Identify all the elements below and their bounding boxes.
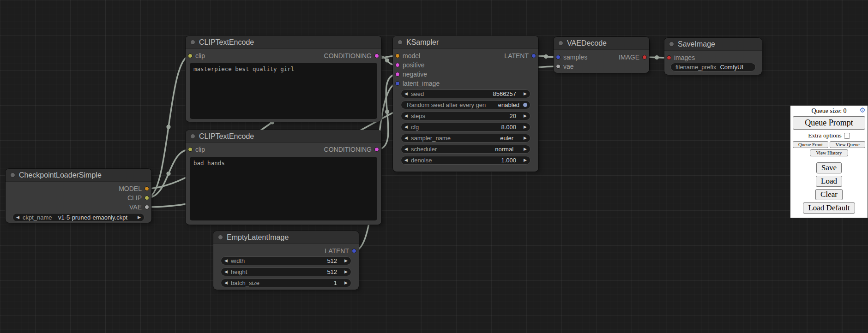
node-save-image[interactable]: SaveImage images filename_prefix ComfyUI xyxy=(664,38,762,75)
view-queue-button[interactable]: View Queue xyxy=(830,141,865,148)
output-port-image[interactable] xyxy=(642,55,647,59)
widget-label: ckpt_name xyxy=(23,214,52,221)
increment-arrow-icon[interactable]: ▶ xyxy=(524,158,527,162)
node-title-bar[interactable]: CLIPTextEncode xyxy=(186,36,381,49)
view-history-button[interactable]: View History xyxy=(810,149,848,156)
node-graph-canvas[interactable]: CheckpointLoaderSimple MODEL CLIP VAE xyxy=(0,0,868,333)
output-label-latent: LATENT xyxy=(325,247,349,255)
input-port-model[interactable] xyxy=(395,54,400,58)
prompt-textarea[interactable]: masterpiece best quality girl xyxy=(190,63,377,119)
toggle-on-dot-icon[interactable] xyxy=(523,102,528,107)
collapse-dot-icon[interactable] xyxy=(558,41,563,46)
collapse-dot-icon[interactable] xyxy=(10,172,15,178)
input-label-samples: samples xyxy=(563,54,587,61)
save-button[interactable]: Save xyxy=(816,162,842,173)
widget-filename-prefix[interactable]: filename_prefix ComfyUI xyxy=(670,63,756,71)
increment-arrow-icon[interactable]: ▶ xyxy=(524,114,527,118)
increment-arrow-icon[interactable]: ▶ xyxy=(344,259,348,263)
input-port-clip[interactable] xyxy=(188,147,193,152)
widget-ckpt-name[interactable]: ◀ ckpt_name v1-5-pruned-emaonly.ckpt ▶ xyxy=(12,213,145,222)
clear-button[interactable]: Clear xyxy=(815,189,843,200)
wire-midpoint-dot xyxy=(166,172,170,176)
output-port-latent[interactable] xyxy=(531,54,536,58)
widget-denoise[interactable]: ◀ denoise 1.000 ▶ xyxy=(401,156,530,165)
load-default-button[interactable]: Load Default xyxy=(803,202,855,214)
widget-label: batch_size xyxy=(231,279,259,286)
increment-arrow-icon[interactable]: ▶ xyxy=(138,215,141,220)
load-button[interactable]: Load xyxy=(816,176,842,187)
decrement-arrow-icon[interactable]: ◀ xyxy=(224,259,228,263)
queue-prompt-button[interactable]: Queue Prompt xyxy=(793,116,865,130)
collapse-dot-icon[interactable] xyxy=(190,134,195,139)
node-title-bar[interactable]: CheckpointLoaderSimple xyxy=(6,169,151,182)
decrement-arrow-icon[interactable]: ◀ xyxy=(404,136,408,140)
input-port-positive[interactable] xyxy=(395,63,400,67)
widget-random-seed-toggle[interactable]: Random seed after every gen enabled xyxy=(401,101,530,109)
settings-gear-icon[interactable]: ⚙ xyxy=(860,107,866,114)
widget-width[interactable]: ◀ width 512 ▶ xyxy=(221,256,351,265)
increment-arrow-icon[interactable]: ▶ xyxy=(524,92,527,96)
input-port-negative[interactable] xyxy=(395,72,400,77)
decrement-arrow-icon[interactable]: ◀ xyxy=(404,114,408,118)
increment-arrow-icon[interactable]: ▶ xyxy=(344,270,348,274)
input-port-samples[interactable] xyxy=(556,55,561,59)
output-port-model[interactable] xyxy=(145,186,149,191)
collapse-dot-icon[interactable] xyxy=(669,42,674,47)
decrement-arrow-icon[interactable]: ◀ xyxy=(404,92,408,96)
output-port-latent[interactable] xyxy=(352,249,356,253)
node-title-bar[interactable]: VAEDecode xyxy=(554,37,649,50)
node-title-bar[interactable]: CLIPTextEncode xyxy=(186,130,381,143)
output-port-vae[interactable] xyxy=(145,205,149,209)
collapse-dot-icon[interactable] xyxy=(190,40,195,45)
widget-cfg[interactable]: ◀ cfg 8.000 ▶ xyxy=(401,123,530,131)
widget-height[interactable]: ◀ height 512 ▶ xyxy=(221,268,351,276)
decrement-arrow-icon[interactable]: ◀ xyxy=(224,270,228,274)
decrement-arrow-icon[interactable]: ◀ xyxy=(404,158,408,162)
prompt-textarea[interactable]: bad hands xyxy=(190,157,377,220)
node-title-bar[interactable]: SaveImage xyxy=(664,38,762,51)
node-clip-text-encode-positive[interactable]: CLIPTextEncode clip CONDITIONING masterp… xyxy=(186,36,381,122)
decrement-arrow-icon[interactable]: ◀ xyxy=(224,281,228,285)
output-port-conditioning[interactable] xyxy=(374,54,379,58)
widget-batch-size[interactable]: ◀ batch_size 1 ▶ xyxy=(221,279,351,287)
extra-options-checkbox[interactable] xyxy=(844,133,850,139)
queue-front-button[interactable]: Queue Front xyxy=(793,141,828,148)
decrement-arrow-icon[interactable]: ◀ xyxy=(404,125,408,129)
wire-midpoint-dot xyxy=(385,110,389,114)
widget-label: sampler_name xyxy=(411,135,451,142)
input-port-clip[interactable] xyxy=(188,54,193,58)
node-ksampler[interactable]: KSampler model LATENT positive xyxy=(393,36,538,172)
collapse-dot-icon[interactable] xyxy=(398,40,403,45)
input-port-latent-image[interactable] xyxy=(395,81,400,86)
wire-midpoint-dot xyxy=(385,58,389,62)
input-port-images[interactable] xyxy=(667,55,671,60)
output-port-clip[interactable] xyxy=(145,196,149,200)
node-title-bar[interactable]: KSampler xyxy=(393,36,538,49)
decrement-arrow-icon[interactable]: ◀ xyxy=(404,147,408,151)
wire-midpoint-dot xyxy=(655,55,659,59)
collapse-dot-icon[interactable] xyxy=(218,235,223,240)
node-vae-decode[interactable]: VAEDecode samples IMAGE vae xyxy=(554,37,649,73)
decrement-arrow-icon[interactable]: ◀ xyxy=(16,215,19,220)
node-checkpoint-loader[interactable]: CheckpointLoaderSimple MODEL CLIP VAE xyxy=(6,169,151,223)
increment-arrow-icon[interactable]: ▶ xyxy=(524,125,527,129)
node-title: CLIPTextEncode xyxy=(199,132,254,141)
input-label-latent-image: latent_image xyxy=(403,80,440,87)
increment-arrow-icon[interactable]: ▶ xyxy=(344,281,348,285)
widget-value: 8.000 xyxy=(501,124,517,131)
widget-seed[interactable]: ◀ seed 8566257 ▶ xyxy=(401,89,530,98)
widget-label: filename_prefix xyxy=(675,64,716,71)
comfy-menu-panel: Queue size: 0 ⚙ Queue Prompt Extra optio… xyxy=(790,105,868,218)
node-clip-text-encode-negative[interactable]: CLIPTextEncode clip CONDITIONING bad han… xyxy=(186,130,381,225)
output-port-conditioning[interactable] xyxy=(374,147,379,152)
node-title-bar[interactable]: EmptyLatentImage xyxy=(213,231,359,244)
input-port-vae[interactable] xyxy=(556,64,561,69)
widget-sampler-name[interactable]: ◀ sampler_name euler ▶ xyxy=(401,134,530,143)
widget-steps[interactable]: ◀ steps 20 ▶ xyxy=(401,112,530,120)
output-label-vae: VAE xyxy=(129,203,142,211)
increment-arrow-icon[interactable]: ▶ xyxy=(524,147,527,151)
widget-scheduler[interactable]: ◀ scheduler normal ▶ xyxy=(401,145,530,154)
widget-label: cfg xyxy=(411,124,419,131)
node-empty-latent-image[interactable]: EmptyLatentImage LATENT ◀ width 512 ▶ ◀ … xyxy=(213,231,359,290)
increment-arrow-icon[interactable]: ▶ xyxy=(524,136,527,140)
